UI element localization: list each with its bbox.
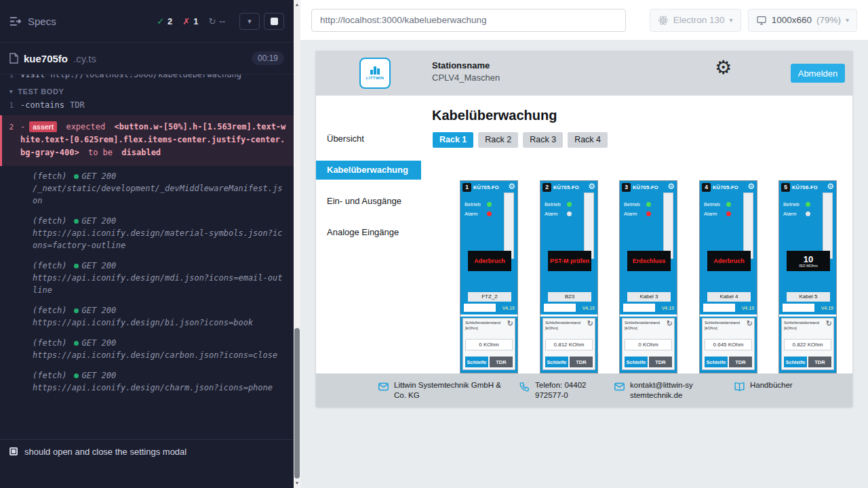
betrieb-led-row: Betrieb	[704, 201, 731, 207]
stat-passed[interactable]: ✓2	[157, 16, 172, 26]
specs-list-icon[interactable]	[9, 16, 22, 26]
monitor-icon	[756, 15, 767, 26]
schleife-button[interactable]: Schleife	[545, 357, 568, 367]
tdr-button[interactable]: TDR	[649, 357, 672, 367]
footer-manuals-link[interactable]: Handbücher	[734, 380, 793, 392]
schleife-button[interactable]: Schleife	[784, 357, 807, 367]
status-display: Aderbruch	[468, 251, 511, 271]
assert-to-be: to be	[88, 148, 113, 157]
log-fetch-entry[interactable]: (fetch)GET 200 https://api.iconify.desig…	[0, 211, 294, 256]
refresh-icon[interactable]: ↻	[507, 319, 513, 328]
status-ok-dot	[74, 341, 79, 346]
refresh-icon[interactable]: ↻	[826, 319, 832, 328]
card-model: KÜ705-FO	[553, 184, 579, 190]
tdr-button[interactable]: TDR	[729, 357, 752, 367]
tdr-button[interactable]: TDR	[808, 357, 831, 367]
display-field	[544, 304, 576, 312]
fetch-status: GET 200	[82, 216, 117, 226]
refresh-icon[interactable]: ↻	[747, 319, 753, 328]
alarm-led	[806, 211, 810, 216]
failed-assert-command[interactable]: 2 -assert expected <button.w-[50%].h-[1.…	[0, 115, 294, 166]
tab-rack-3[interactable]: Rack 3	[523, 132, 563, 148]
status-ok-dot	[74, 264, 79, 268]
browser-select[interactable]: Electron 130 ▾	[650, 9, 741, 32]
betrieb-led	[806, 202, 810, 207]
device-card: 2 KÜ705-FO ⚙ Betrieb Alarm PST-M prüfen …	[540, 180, 598, 373]
alarm-led-row: Alarm	[704, 211, 731, 217]
status-text: PST-M prüfen	[549, 258, 591, 264]
viewport-zoom: (79%)	[816, 15, 841, 25]
alarm-label: Alarm	[465, 211, 485, 217]
card-index: 5	[781, 183, 790, 192]
tab-rack-4[interactable]: Rack 4	[568, 132, 608, 148]
tab-rack-2[interactable]: Rack 2	[478, 132, 518, 148]
book-icon	[734, 381, 745, 392]
card-gear-icon[interactable]: ⚙	[747, 181, 755, 192]
log-fetch-entry[interactable]: (fetch)GET 200 https://api.iconify.desig…	[0, 333, 294, 365]
status-text: Aderbruch	[712, 258, 746, 264]
phone-number: Telefon: 04402 972577-0	[535, 380, 595, 401]
reporter-scrollbar[interactable]: ▲ ▼	[294, 0, 300, 488]
log-fetch-entry[interactable]: (fetch)GET 200 https://api.iconify.desig…	[0, 300, 294, 333]
stop-button[interactable]	[264, 13, 284, 30]
log-fetch-entry[interactable]: (fetch)GET 200 https://api.iconify.desig…	[0, 256, 294, 300]
url-input[interactable]: http://localhost:3000/kabelueberwachung	[311, 9, 626, 32]
cable-indicator	[663, 192, 673, 259]
scroll-down-arrow-icon[interactable]: ▼	[294, 479, 300, 487]
cable-indicator	[743, 192, 753, 259]
sidebar-item-uebersicht[interactable]: Übersicht	[316, 129, 421, 148]
card-gear-icon[interactable]: ⚙	[508, 181, 515, 192]
tdr-button[interactable]: TDR	[570, 357, 593, 367]
tab-rack-1[interactable]: Rack 1	[433, 132, 473, 148]
page-title: Kabelüberwachung	[432, 108, 557, 123]
resistance-section: Schleifenwiderstand [kOhm] ↻ 0 KOhm Schl…	[622, 318, 675, 370]
schleife-button[interactable]: Schleife	[705, 357, 728, 367]
resistance-value: 0 KOhm	[625, 339, 672, 350]
failed-count: 1	[193, 16, 198, 26]
log-fetch-entry[interactable]: (fetch)GET 200 /_next/static/development…	[0, 166, 294, 211]
refresh-icon[interactable]: ↻	[587, 319, 593, 328]
sidebar-item-ein-und-ausgaenge[interactable]: Ein- und Ausgänge	[316, 192, 421, 211]
log-fetch-entry[interactable]: (fetch)GET 200 https://api.iconify.desig…	[0, 365, 294, 398]
logout-button[interactable]: Abmelden	[791, 64, 845, 83]
schleife-button[interactable]: Schleife	[465, 357, 488, 367]
viewport-select[interactable]: 1000x660 (79%) ▾	[748, 9, 857, 32]
card-buttons: Schleife TDR	[705, 357, 752, 367]
app-sidebar: Übersicht Kabelüberwachung Ein- und Ausg…	[316, 96, 421, 373]
stat-pending[interactable]: ↻--	[208, 16, 225, 26]
betrieb-led	[726, 202, 731, 207]
aut-panel: http://localhost:3000/kabelueberwachung …	[300, 0, 868, 488]
log-contains-command[interactable]: 1 -contains TDR	[0, 99, 294, 112]
card-gear-icon[interactable]: ⚙	[667, 181, 675, 192]
alarm-led	[726, 211, 731, 216]
fetch-url: https://api.iconify.design/material-symb…	[33, 227, 285, 251]
settings-gear-icon[interactable]: ⚙	[715, 58, 732, 77]
specs-label[interactable]: Specs	[28, 16, 56, 27]
chevron-down-icon: ▾	[248, 17, 252, 26]
schleife-button[interactable]: Schleife	[625, 357, 648, 367]
collapse-button[interactable]: ▾	[239, 13, 260, 30]
betrieb-led	[646, 202, 651, 207]
assert-expected: expected	[66, 122, 105, 131]
fetch-status: GET 200	[82, 371, 117, 380]
card-gear-icon[interactable]: ⚙	[588, 181, 595, 192]
sidebar-item-analoge-eingaenge[interactable]: Analoge Eingänge	[316, 223, 421, 242]
card-gear-icon[interactable]: ⚙	[827, 181, 834, 192]
scrollbar-thumb[interactable]	[294, 328, 300, 479]
next-test-row[interactable]: should open and close the settings modal	[0, 439, 294, 463]
spec-row[interactable]: kue705fo.cy.ts 00:19	[0, 43, 294, 75]
device-card: 5 KÜ706-FO ⚙ Betrieb Alarm 10 ISO MOhm K…	[778, 180, 837, 373]
test-body-section[interactable]: ▾ TEST BODY	[0, 81, 294, 99]
refresh-icon[interactable]: ↻	[667, 319, 673, 328]
station-info: Stationsname CPLV4_Maschen	[432, 60, 500, 83]
command-arg: TDR	[70, 99, 85, 112]
scroll-up-arrow-icon[interactable]: ▲	[294, 1, 300, 9]
stat-failed[interactable]: ✗1	[182, 16, 198, 26]
tdr-button[interactable]: TDR	[490, 357, 513, 367]
alarm-led-row: Alarm	[624, 211, 651, 217]
cable-name: Kabel 4	[707, 292, 751, 302]
sidebar-item-kabelueberwachung[interactable]: Kabelüberwachung	[316, 161, 421, 180]
resistance-section: Schleifenwiderstand [kOhm] ↻ 0.645 KOhm …	[702, 318, 755, 370]
betrieb-label: Betrieb	[704, 201, 724, 207]
log-visit-command[interactable]: 1 visit http://localhost:3000/kabelueber…	[0, 75, 294, 81]
